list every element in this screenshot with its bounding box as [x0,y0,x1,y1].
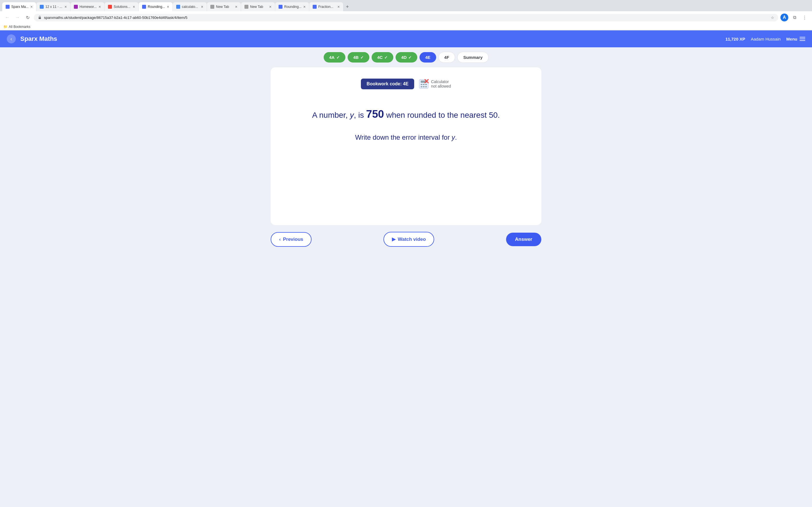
forward-button[interactable]: → [13,13,21,21]
tab-4d[interactable]: 4D ✓ [396,52,417,62]
svg-rect-0 [39,17,41,19]
tab-favicon [74,5,78,9]
question-part-1: A number, [312,111,350,119]
tab-favicon [245,5,248,9]
tab-title: calculato... [182,5,199,9]
calculator-status-text: Calculator not allowed [431,79,451,89]
question-card: Bookwork code: 4E Calculat [271,67,541,225]
tab-close-icon[interactable]: × [133,4,135,9]
tab-homework[interactable]: Homewor... × [70,2,104,11]
tab-4a[interactable]: 4A ✓ [324,52,345,62]
write-var: y [452,133,455,141]
address-bar-row: ← → ↻ sparxmaths.uk/student/package/8671… [0,11,812,24]
reload-button[interactable]: ↻ [24,13,32,21]
tab-bar: Sparx Ma... × 12 x 11 - ... × Homewor...… [0,0,812,11]
check-icon-4b: ✓ [360,55,364,60]
question-part-3: when rounded to the nearest 50. [384,111,500,119]
tab-4d-label: 4D [401,55,407,60]
tab-4f[interactable]: 4F [439,52,455,63]
tab-4e-label: 4E [425,55,430,60]
tab-favicon [142,5,146,9]
progress-tabs: 4A ✓ 4B ✓ 4C ✓ 4D ✓ 4E 4F Summary [0,47,812,67]
check-icon-4c: ✓ [384,55,388,60]
tab-title: New Tab [250,5,267,9]
tab-title: Solutions... [114,5,131,9]
new-tab-button[interactable]: + [343,3,351,11]
tab-close-icon[interactable]: × [31,4,33,9]
tab-4c-label: 4C [377,55,383,60]
back-home-button[interactable]: ‹ [7,34,16,43]
write-end: . [455,133,457,141]
tab-4e[interactable]: 4E [419,52,436,62]
back-button[interactable]: ← [3,13,11,21]
tab-favicon [278,5,283,9]
svg-rect-7 [423,86,424,87]
tab-4b-label: 4B [353,55,359,60]
tab-title: Sparx Ma... [11,5,29,9]
tab-rounding-active[interactable]: Rounding... × [139,2,172,11]
tab-new-2[interactable]: New Tab × [241,2,275,11]
svg-rect-8 [425,86,427,87]
address-icons: ☆ [771,15,774,20]
bookwork-row: Bookwork code: 4E Calculat [282,78,530,89]
tab-title: Fraction... [318,5,336,9]
previous-label: Previous [283,237,303,242]
hamburger-icon [800,37,805,41]
tab-solutions[interactable]: Solutions... × [105,2,139,11]
browser-chrome: Sparx Ma... × 12 x 11 - ... × Homewor...… [0,0,812,31]
tab-close-icon[interactable]: × [99,4,101,9]
tab-4b[interactable]: 4B ✓ [348,52,369,62]
menu-button[interactable]: Menu [786,37,805,41]
tab-favicon [176,5,180,9]
calculator-label: Calculator [431,79,451,84]
tab-rounding-2[interactable]: Rounding... × [275,2,309,11]
extensions-button[interactable]: ⧉ [791,13,799,21]
tab-calculator[interactable]: calculato... × [173,2,207,11]
tab-favicon [6,5,10,9]
tab-close-icon[interactable]: × [201,4,203,9]
tab-favicon [313,5,317,9]
tab-close-icon[interactable]: × [303,4,306,9]
profile-icon[interactable]: A [780,13,788,21]
check-icon-4d: ✓ [408,55,412,60]
tab-close-icon[interactable]: × [338,4,340,9]
tab-favicon [108,5,112,9]
tab-close-icon[interactable]: × [64,4,67,9]
url-text: sparxmaths.uk/student/package/86715a37-b… [44,15,769,20]
play-icon: ▶ [392,236,396,242]
bottom-buttons: ‹ Previous ▶ Watch video Answer [271,232,541,247]
question-number: 750 [366,108,384,120]
tab-summary[interactable]: Summary [457,52,488,63]
tab-close-icon[interactable]: × [235,4,238,9]
write-text: Write down the error interval for y. [355,133,457,142]
svg-rect-4 [423,84,424,85]
tab-title: Rounding... [148,5,165,9]
watch-video-button[interactable]: ▶ Watch video [384,232,435,247]
all-bookmarks-label[interactable]: All Bookmarks [9,25,31,29]
tab-12x11[interactable]: 12 x 11 - ... × [36,2,70,11]
tab-new-1[interactable]: New Tab × [207,2,241,11]
star-icon[interactable]: ☆ [771,15,774,20]
menu-dots-button[interactable]: ⋮ [801,13,809,21]
svg-rect-6 [421,86,422,87]
tab-favicon [40,5,44,9]
previous-button[interactable]: ‹ Previous [271,232,312,247]
bookmarks-folder-icon: 📁 [3,25,8,29]
tab-title: Rounding... [284,5,302,9]
bookmarks-bar: 📁 All Bookmarks [0,24,812,30]
bookwork-code: Bookwork code: 4E [361,78,414,89]
check-icon-4a: ✓ [336,55,340,60]
main-content: Bookwork code: 4E Calculat [0,67,812,507]
lock-icon [38,15,42,19]
answer-button[interactable]: Answer [506,233,541,246]
address-bar[interactable]: sparxmaths.uk/student/package/86715a37-b… [34,14,778,21]
watch-video-label: Watch video [398,237,426,242]
tab-close-icon[interactable]: × [269,4,271,9]
calculator-not-allowed: not allowed [431,84,451,89]
tab-close-icon[interactable]: × [167,4,169,9]
xp-display: 11,720 XP [725,37,745,41]
tab-4c[interactable]: 4C ✓ [371,52,393,62]
tab-fractions[interactable]: Fraction... × [309,2,343,11]
tab-sparx[interactable]: Sparx Ma... × [2,2,36,11]
tab-title: New Tab [216,5,234,9]
